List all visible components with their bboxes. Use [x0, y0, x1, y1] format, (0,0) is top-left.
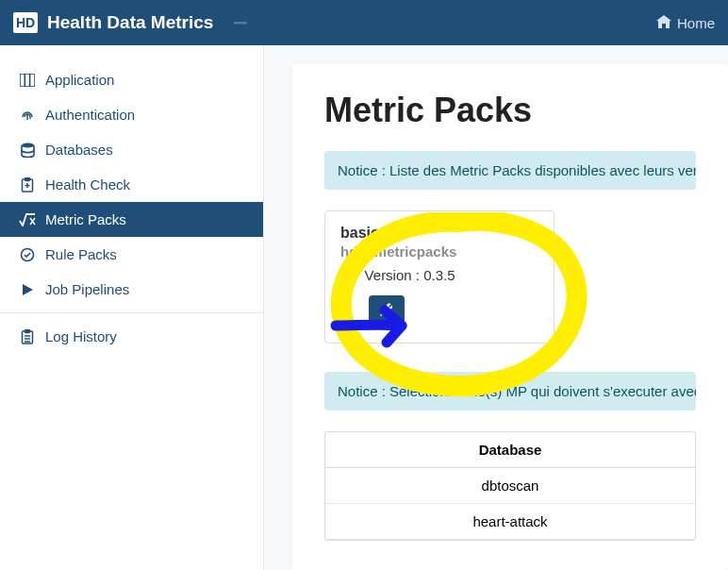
svg-rect-6 [25, 177, 30, 180]
pack-version: Version : 0.3.5 [365, 267, 455, 283]
topbar: HD Health Data Metrics Home [0, 0, 728, 45]
sqrt-icon [19, 213, 36, 226]
svg-rect-9 [25, 329, 30, 332]
clipboard-icon [19, 177, 36, 193]
svg-rect-1 [20, 74, 35, 87]
main-card: Metric Packs Notice : Liste des Metric P… [292, 64, 728, 570]
sidebar-item-log-history[interactable]: Log History [0, 319, 263, 354]
notice-select-packs: Notice : Selectionnez le(s) MP qui doive… [324, 372, 696, 411]
home-icon [656, 15, 671, 31]
sidebar-item-label: Rule Packs [45, 246, 117, 262]
wrench-icon [378, 301, 395, 322]
sidebar-item-label: Log History [45, 328, 117, 344]
list-icon [19, 329, 36, 344]
app-title: Health Data Metrics [47, 12, 213, 33]
table-row[interactable]: heart-attack [325, 504, 695, 540]
columns-icon [19, 74, 36, 87]
sidebar-item-metric-packs[interactable]: Metric Packs [0, 202, 263, 237]
table-header-database: Database [325, 432, 695, 468]
topbar-left: HD Health Data Metrics [13, 12, 251, 33]
play-icon [19, 283, 36, 296]
home-link[interactable]: Home [656, 15, 715, 31]
metric-pack-card: basic hdm.metricpacks • Version : 0.3.5 [324, 210, 554, 344]
sidebar-item-label: Databases [45, 142, 113, 158]
table-row[interactable]: dbtoscan [325, 468, 695, 504]
ellipsis-icon[interactable] [234, 19, 251, 26]
sidebar-item-job-pipelines[interactable]: Job Pipelines [0, 272, 263, 307]
check-circle-icon [19, 247, 36, 262]
sidebar: Application Authentication Databases Hea… [0, 45, 264, 570]
sidebar-item-databases[interactable]: Databases [0, 132, 263, 167]
database-icon [19, 142, 36, 158]
sidebar-item-authentication[interactable]: Authentication [0, 97, 263, 132]
sidebar-item-label: Job Pipelines [45, 281, 129, 297]
pack-namespace: hdm.metricpacks [340, 243, 538, 260]
svg-point-4 [22, 142, 34, 147]
sidebar-item-label: Metric Packs [45, 211, 126, 227]
sidebar-item-label: Health Check [45, 176, 130, 193]
page-title: Metric Packs [324, 91, 696, 130]
notice-available-packs: Notice : Liste des Metric Packs disponib… [324, 151, 696, 190]
fingerprint-icon [19, 108, 36, 123]
sidebar-item-health-check[interactable]: Health Check [0, 167, 263, 202]
database-table: Database dbtoscan heart-attack [324, 431, 696, 541]
svg-rect-0 [234, 22, 247, 25]
sidebar-item-rule-packs[interactable]: Rule Packs [0, 237, 263, 272]
pack-name: basic [340, 225, 538, 242]
configure-button[interactable] [369, 295, 405, 327]
home-label: Home [677, 15, 715, 31]
sidebar-item-label: Application [45, 72, 114, 88]
sidebar-item-application[interactable]: Application [0, 62, 263, 97]
sidebar-item-label: Authentication [45, 107, 135, 123]
bullet-icon: • [352, 267, 357, 286]
app-logo: HD [13, 12, 38, 33]
nav-divider [0, 312, 263, 313]
